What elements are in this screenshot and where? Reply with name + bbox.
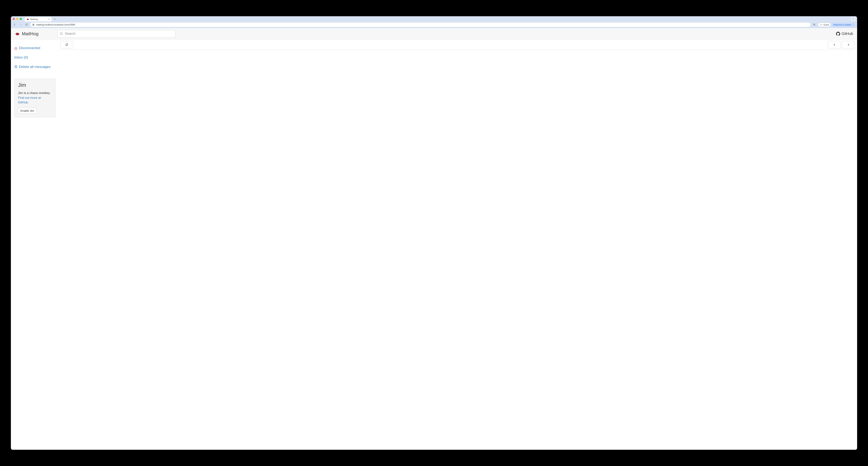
- close-circle-icon: [14, 65, 18, 68]
- address-bar[interactable]: mailhog.localhost.localstack.cloud:4566: [30, 22, 811, 27]
- inbox-label: Inbox (0): [14, 55, 28, 60]
- brand[interactable]: MailHog: [15, 31, 54, 36]
- github-label: GitHub: [842, 32, 853, 36]
- chevron-down-icon: [852, 18, 854, 20]
- page-prev-button[interactable]: [828, 41, 841, 48]
- github-icon: [836, 32, 840, 36]
- person-icon: [820, 24, 822, 26]
- delete-all-link[interactable]: Delete all messages: [14, 65, 56, 69]
- jim-title: Jim: [18, 82, 52, 88]
- window-minimize-button[interactable]: [16, 18, 18, 20]
- tab-close-button[interactable]: ×: [48, 18, 50, 21]
- magnifier-icon: [813, 23, 816, 26]
- search-input[interactable]: [65, 32, 173, 36]
- profile-guest-button[interactable]: Guest: [818, 23, 831, 27]
- github-link[interactable]: GitHub: [836, 32, 853, 36]
- window-close-button[interactable]: [13, 18, 15, 20]
- pig-logo-icon: [15, 32, 20, 36]
- relaunch-button[interactable]: Relaunch to update ⋮: [832, 23, 856, 27]
- arrow-left-icon: [13, 23, 16, 26]
- new-tab-button[interactable]: +: [53, 17, 57, 21]
- refresh-icon: [65, 43, 68, 46]
- svg-point-1: [821, 24, 822, 25]
- window-maximize-button[interactable]: [20, 18, 22, 20]
- brand-name: MailHog: [22, 31, 38, 36]
- app-body: Disconnected Inbox (0) Delete all messag…: [11, 39, 857, 449]
- nav-reload-button[interactable]: [24, 22, 29, 27]
- chevron-left-icon: [833, 43, 836, 46]
- tab-favicon-pig-icon: [27, 18, 29, 21]
- reload-icon: [25, 23, 28, 26]
- tabs-dropdown-button[interactable]: [851, 17, 855, 21]
- inbox-link[interactable]: Inbox (0): [14, 55, 56, 60]
- url-bar: mailhog.localhost.localstack.cloud:4566 …: [11, 22, 857, 28]
- tab-title: MailHog: [30, 18, 38, 20]
- guest-label: Guest: [823, 24, 829, 26]
- toolbar: [59, 39, 857, 50]
- chevron-right-icon: [847, 43, 850, 46]
- search-box[interactable]: [57, 30, 176, 38]
- jim-description: Jim is a chaos monkey. Find out more at …: [18, 91, 52, 105]
- message-list-empty: [59, 50, 857, 449]
- app-header: MailHog GitHub: [11, 28, 857, 39]
- site-settings-icon[interactable]: [32, 24, 35, 26]
- app-root: MailHog GitHub Disconnected Inbox (0): [11, 28, 857, 449]
- refresh-button[interactable]: [60, 41, 73, 48]
- address-text: mailhog.localhost.localstack.cloud:4566: [36, 24, 75, 26]
- svg-point-2: [60, 32, 62, 34]
- relaunch-label: Relaunch to update: [834, 24, 851, 26]
- page-next-button[interactable]: [842, 41, 855, 48]
- enable-jim-button[interactable]: Enable Jim: [18, 108, 36, 114]
- nav-back-button[interactable]: [12, 22, 17, 27]
- connection-status-text: Disconnected: [19, 46, 40, 50]
- pager: [828, 41, 855, 48]
- zoom-button[interactable]: [812, 22, 817, 27]
- jim-desc-text: Jim is a chaos monkey.: [18, 91, 51, 95]
- connection-status-link[interactable]: Disconnected: [14, 46, 56, 50]
- jim-github-link[interactable]: Find out more at GitHub: [18, 96, 41, 104]
- jim-panel: Jim Jim is a chaos monkey. Find out more…: [14, 79, 56, 117]
- arrow-right-icon: [19, 23, 22, 26]
- power-icon: [14, 47, 18, 50]
- browser-tab[interactable]: MailHog ×: [25, 17, 52, 22]
- tab-bar: MailHog × +: [11, 16, 857, 22]
- browser-window: MailHog × + mailhog.localhost.localstack…: [11, 16, 857, 449]
- sidebar: Disconnected Inbox (0) Delete all messag…: [11, 39, 59, 449]
- browser-menu-icon[interactable]: ⋮: [852, 24, 854, 26]
- main-pane: [59, 39, 857, 449]
- nav-forward-button[interactable]: [18, 22, 23, 27]
- window-controls: [13, 18, 22, 20]
- jim-period: .: [28, 100, 29, 104]
- search-icon: [60, 32, 63, 35]
- delete-all-label: Delete all messages: [19, 65, 51, 69]
